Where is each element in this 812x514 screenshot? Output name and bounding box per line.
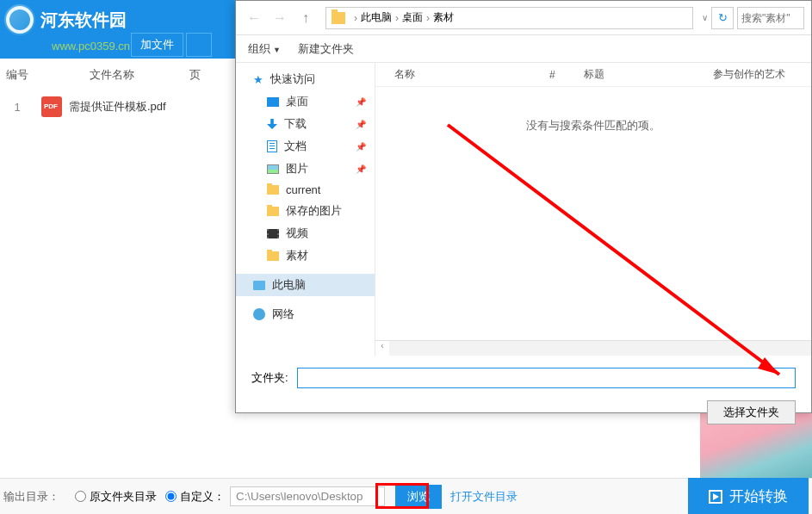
new-folder-button[interactable]: 新建文件夹 bbox=[298, 41, 354, 57]
horizontal-scrollbar[interactable]: ‹ bbox=[375, 340, 811, 356]
sidebar-item-sucai[interactable]: 素材 bbox=[236, 245, 375, 267]
organize-menu[interactable]: 组织▼ bbox=[248, 41, 281, 57]
pin-icon: 📌 bbox=[356, 120, 366, 129]
bc-sep: › bbox=[395, 12, 399, 24]
start-convert-button[interactable]: 开始转换 bbox=[688, 478, 809, 514]
col-name: 文件名称 bbox=[34, 67, 189, 83]
dialog-toolbar: 组织▼ 新建文件夹 bbox=[236, 35, 811, 63]
add-folder-button[interactable] bbox=[186, 33, 212, 57]
document-icon bbox=[267, 140, 277, 152]
sidebar-item-documents[interactable]: 文档📌 bbox=[236, 135, 375, 158]
filename: 需提供证件模板.pdf bbox=[69, 99, 166, 115]
radio-original-folder[interactable] bbox=[75, 491, 86, 502]
nav-back-button[interactable]: ← bbox=[243, 7, 265, 29]
folder-icon bbox=[267, 207, 279, 216]
folder-name-label: 文件夹: bbox=[251, 370, 288, 386]
desktop-icon bbox=[267, 97, 279, 107]
folder-name-input[interactable] bbox=[297, 368, 796, 388]
dialog-nav-bar: ← → ↑ › 此电脑 › 桌面 › 素材 ∨ ↻ bbox=[236, 1, 811, 35]
nav-forward-button[interactable]: → bbox=[269, 7, 291, 29]
sidebar-item-quick-access[interactable]: ★快速访问 bbox=[236, 68, 375, 90]
output-label: 输出目录： bbox=[3, 489, 59, 505]
sidebar-item-network[interactable]: 网络 bbox=[236, 303, 375, 325]
sidebar-item-desktop[interactable]: 桌面📌 bbox=[236, 90, 375, 113]
breadcrumb[interactable]: › 此电脑 › 桌面 › 素材 bbox=[325, 7, 693, 29]
table-row[interactable]: 1 需提供证件模板.pdf bbox=[0, 96, 235, 117]
sidebar-item-current[interactable]: current bbox=[236, 180, 375, 200]
search-input[interactable] bbox=[737, 7, 804, 29]
bc-seg-pc[interactable]: 此电脑 bbox=[361, 10, 392, 25]
sidebar-item-saved-pics[interactable]: 保存的图片 bbox=[236, 200, 375, 222]
annotation-highlight-browse bbox=[375, 483, 429, 509]
radio-custom[interactable] bbox=[165, 491, 177, 502]
scroll-left-button[interactable]: ‹ bbox=[375, 341, 389, 356]
radio-custom-label: 自定义： bbox=[180, 489, 225, 505]
network-icon bbox=[253, 308, 265, 320]
sidebar-item-downloads[interactable]: 下载📌 bbox=[236, 113, 375, 135]
pc-icon bbox=[253, 281, 265, 290]
play-icon bbox=[709, 490, 722, 504]
logo-icon bbox=[4, 4, 35, 35]
sidebar-item-videos[interactable]: 视频 bbox=[236, 222, 375, 245]
col-id: 编号 bbox=[0, 67, 34, 83]
picture-icon bbox=[267, 164, 279, 174]
video-icon bbox=[267, 229, 279, 238]
start-label: 开始转换 bbox=[729, 486, 788, 506]
bc-sep: › bbox=[426, 12, 430, 24]
scroll-track[interactable] bbox=[389, 341, 811, 356]
folder-icon bbox=[267, 251, 279, 261]
bc-seg-desktop[interactable]: 桌面 bbox=[402, 10, 423, 25]
breadcrumb-dropdown[interactable]: ∨ bbox=[702, 13, 708, 22]
refresh-button[interactable]: ↻ bbox=[711, 7, 734, 29]
app-url: www.pc0359.cn bbox=[52, 40, 130, 53]
folder-icon bbox=[267, 185, 279, 195]
output-path-input[interactable] bbox=[230, 486, 385, 506]
app-title: 河东软件园 bbox=[40, 9, 127, 32]
download-icon bbox=[267, 119, 277, 129]
col-name[interactable]: 名称 bbox=[387, 67, 542, 82]
bc-seg-current[interactable]: 素材 bbox=[433, 10, 454, 25]
col-title[interactable]: 标题 bbox=[577, 67, 706, 82]
radio-original-label: 原文件夹目录 bbox=[90, 489, 157, 505]
file-table-header: 编号 文件名称 页 bbox=[0, 67, 235, 83]
star-icon: ★ bbox=[253, 73, 263, 86]
empty-message: 没有与搜索条件匹配的项。 bbox=[375, 87, 811, 340]
open-folder-link[interactable]: 打开文件目录 bbox=[450, 489, 518, 505]
bc-sep: › bbox=[354, 12, 357, 24]
folder-icon bbox=[332, 12, 345, 24]
nav-up-button[interactable]: ↑ bbox=[294, 7, 317, 29]
col-artist[interactable]: 参与创作的艺术 bbox=[706, 67, 792, 82]
pin-icon: 📌 bbox=[356, 142, 366, 152]
row-number: 1 bbox=[0, 101, 34, 114]
add-file-button[interactable]: 加文件 bbox=[131, 33, 183, 57]
col-page: 页 bbox=[189, 67, 232, 83]
sidebar-item-this-pc[interactable]: 此电脑 bbox=[236, 274, 375, 296]
app-logo: 河东软件园 bbox=[4, 4, 127, 35]
select-folder-button[interactable]: 选择文件夹 bbox=[707, 400, 796, 424]
dialog-sidebar: ★快速访问 桌面📌 下载📌 文档📌 图片📌 current 保存的图片 视频 素… bbox=[236, 63, 375, 356]
dialog-content: 名称 # 标题 参与创作的艺术 没有与搜索条件匹配的项。 ‹ bbox=[375, 63, 811, 356]
folder-picker-dialog: ← → ↑ › 此电脑 › 桌面 › 素材 ∨ ↻ 组织▼ 新建文件夹 ★快速访… bbox=[235, 0, 812, 413]
col-hash[interactable]: # bbox=[542, 69, 577, 81]
content-columns: 名称 # 标题 参与创作的艺术 bbox=[375, 63, 811, 87]
sidebar-item-pictures[interactable]: 图片📌 bbox=[236, 158, 375, 180]
dialog-footer: 文件夹: 选择文件夹 bbox=[236, 356, 811, 437]
pdf-icon bbox=[41, 96, 62, 117]
pin-icon: 📌 bbox=[356, 97, 366, 107]
pin-icon: 📌 bbox=[356, 164, 366, 174]
